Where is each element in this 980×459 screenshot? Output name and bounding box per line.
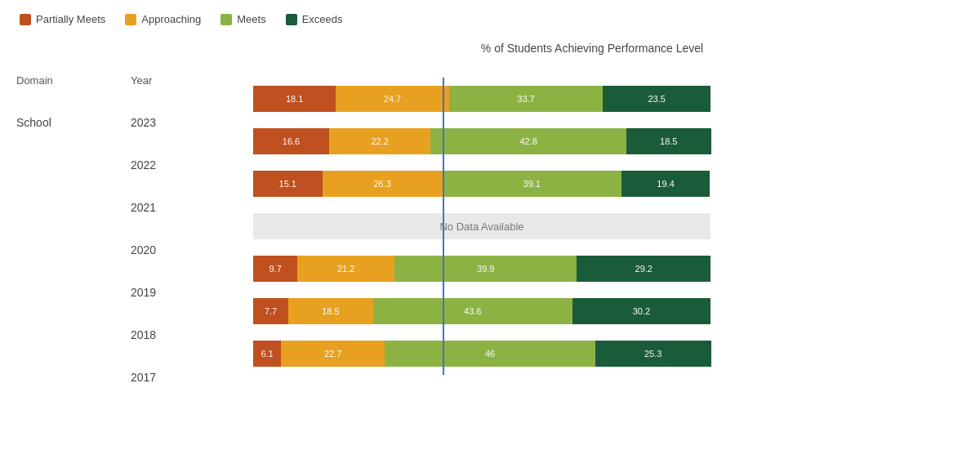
legend-item: Exceeds bbox=[286, 13, 343, 25]
row-year: 2018 bbox=[131, 328, 212, 341]
exceeds-bar: 29.2 bbox=[577, 256, 710, 282]
approaching-bar: 22.2 bbox=[329, 128, 430, 154]
row-year: 2019 bbox=[131, 286, 212, 299]
table-row: 2019 bbox=[16, 271, 245, 314]
table-row: 2020 bbox=[16, 229, 245, 271]
row-year: 2017 bbox=[131, 371, 212, 384]
legend-label: Partially Meets bbox=[36, 13, 105, 25]
exceeds-bar: 19.4 bbox=[621, 171, 710, 197]
meets-bar: 43.6 bbox=[373, 298, 572, 324]
approaching-bar: 24.7 bbox=[336, 86, 448, 112]
partially-meets-bar: 9.7 bbox=[253, 256, 297, 282]
approaching-bar: 26.3 bbox=[323, 171, 443, 197]
right-panel: % of Students Achieving Performance Leve… bbox=[245, 42, 964, 399]
table-row: 2018 bbox=[16, 314, 245, 356]
bar-group: 7.718.543.630.2 bbox=[253, 298, 710, 324]
legend-swatch bbox=[286, 14, 297, 25]
data-rows-left: School 2023 2022 2021 2020 2019 2018 201… bbox=[16, 101, 245, 399]
approaching-bar: 21.2 bbox=[297, 256, 394, 282]
row-domain: School bbox=[16, 116, 131, 129]
bar-row: No Data Available bbox=[253, 205, 964, 247]
bars-container: 18.124.733.723.516.622.242.818.515.126.3… bbox=[253, 78, 964, 375]
center-line bbox=[443, 78, 444, 375]
partially-meets-bar: 18.1 bbox=[253, 86, 336, 112]
main-container: Partially MeetsApproachingMeetsExceeds D… bbox=[0, 0, 980, 459]
no-data-indicator: No Data Available bbox=[253, 213, 710, 239]
meets-bar: 39.1 bbox=[443, 171, 621, 197]
row-year: 2021 bbox=[131, 201, 212, 214]
bar-row: 18.124.733.723.5 bbox=[253, 78, 964, 120]
partially-meets-bar: 6.1 bbox=[253, 341, 281, 367]
legend-item: Approaching bbox=[125, 13, 201, 25]
approaching-bar: 22.7 bbox=[281, 341, 385, 367]
bar-group: 16.622.242.818.5 bbox=[253, 128, 711, 154]
bar-row: 7.718.543.630.2 bbox=[253, 290, 964, 332]
partially-meets-bar: 15.1 bbox=[253, 171, 323, 197]
col-year-header: Year bbox=[131, 74, 212, 87]
table-row: 2022 bbox=[16, 144, 245, 186]
bar-row: 16.622.242.818.5 bbox=[253, 120, 964, 163]
legend-item: Meets bbox=[220, 13, 265, 25]
legend-label: Exceeds bbox=[302, 13, 343, 25]
exceeds-bar: 30.2 bbox=[572, 298, 710, 324]
legend-swatch bbox=[20, 14, 31, 25]
exceeds-bar: 25.3 bbox=[595, 341, 711, 367]
meets-bar: 46 bbox=[385, 341, 595, 367]
partially-meets-bar: 7.7 bbox=[253, 298, 288, 324]
row-year: 2022 bbox=[131, 158, 212, 172]
table-row: 2017 bbox=[16, 356, 245, 399]
chart-title: % of Students Achieving Performance Leve… bbox=[253, 42, 964, 55]
col-headers: Domain Year bbox=[16, 74, 245, 87]
table-row: School 2023 bbox=[16, 101, 245, 144]
meets-bar: 33.7 bbox=[449, 86, 604, 112]
legend-item: Partially Meets bbox=[20, 13, 105, 25]
left-panel: Domain Year School 2023 2022 2021 2020 2… bbox=[16, 42, 245, 399]
approaching-bar: 18.5 bbox=[288, 298, 373, 324]
col-domain-header: Domain bbox=[16, 74, 131, 87]
meets-bar: 39.9 bbox=[394, 256, 577, 282]
row-year: 2020 bbox=[131, 243, 212, 256]
row-year: 2023 bbox=[131, 116, 212, 129]
main-layout: Domain Year School 2023 2022 2021 2020 2… bbox=[16, 42, 964, 399]
bar-group: 18.124.733.723.5 bbox=[253, 86, 710, 112]
legend-swatch bbox=[220, 14, 232, 25]
exceeds-bar: 23.5 bbox=[603, 86, 710, 112]
legend-label: Approaching bbox=[141, 13, 201, 25]
bar-row: 9.721.239.929.2 bbox=[253, 247, 964, 290]
legend: Partially MeetsApproachingMeetsExceeds bbox=[16, 13, 964, 25]
bar-row: 15.126.339.119.4 bbox=[253, 163, 964, 205]
legend-swatch bbox=[125, 14, 136, 25]
bar-group: 9.721.239.929.2 bbox=[253, 256, 710, 282]
exceeds-bar: 18.5 bbox=[626, 128, 711, 154]
bar-group: 15.126.339.119.4 bbox=[253, 171, 710, 197]
bar-group: 6.122.74625.3 bbox=[253, 341, 711, 367]
bar-row: 6.122.74625.3 bbox=[253, 332, 964, 375]
table-row: 2021 bbox=[16, 186, 245, 229]
partially-meets-bar: 16.6 bbox=[253, 128, 329, 154]
meets-bar: 42.8 bbox=[430, 128, 626, 154]
legend-label: Meets bbox=[237, 13, 265, 25]
